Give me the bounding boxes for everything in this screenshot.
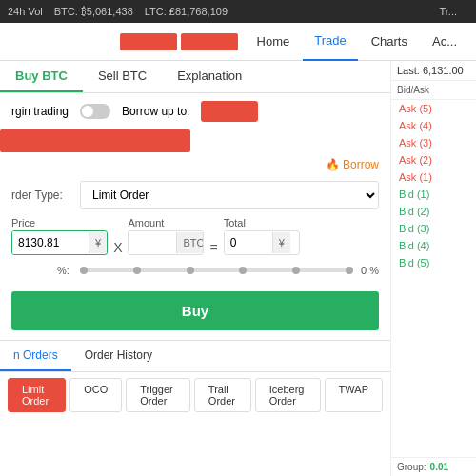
amount-field-group: Amount BTC [128,217,204,255]
total-input-wrap: ¥ [224,230,300,255]
group-label: Group: [397,462,426,472]
bid-3[interactable]: Bid (3) [391,220,476,237]
amount-label: Amount [128,217,204,228]
bid-4[interactable]: Bid (4) [391,237,476,254]
ott-twap[interactable]: TWAP [325,378,383,412]
order-type-label: rder Type: [11,188,69,202]
slider-dot-1 [133,267,141,274]
bid-ask-header: Bid/Ask [391,81,476,100]
tab-buy-btc[interactable]: Buy BTC [0,61,83,92]
ask-5[interactable]: Ask (5) [391,100,476,117]
equals-sign: = [209,240,217,255]
btc-vol: BTC: ₿5,061,438 [54,6,133,17]
top-bar: 24h Vol BTC: ₿5,061,438 LTC: ₤81,768,109… [0,0,476,23]
borrow-amount-field[interactable] [201,101,258,122]
slider-dot-3 [239,267,247,274]
total-currency: ¥ [272,232,290,253]
left-panel: Buy BTC Sell BTC Explanation rgin tradin… [0,61,390,476]
nav-red-block-1 [120,33,177,50]
margin-label: rgin trading [11,105,69,118]
ott-limit[interactable]: Limit Order [8,378,66,412]
right-panel: Last: 6,131.00 Bid/Ask Ask (5) Ask (4) A… [390,61,476,476]
price-input[interactable] [12,231,89,254]
pct-label: %: [57,265,72,276]
amount-currency: BTC [176,232,204,253]
nav-home[interactable]: Home [246,23,302,61]
slider-dot-5 [346,267,353,274]
price-amount-total-row: Price ¥ X Amount BTC = Total ¥ [0,217,390,255]
bottom-tab-row: n Orders Order History [0,341,390,372]
total-field-group: Total ¥ [224,217,300,255]
slider-row: %: 0 % [0,259,390,282]
price-currency: ¥ [89,232,107,253]
price-label: Price [11,217,108,228]
group-value: 0.01 [430,462,448,472]
nav-right: Home Trade Charts Ac... [246,23,468,61]
order-book-list: Ask (5) Ask (4) Ask (3) Ask (2) Ask (1) … [391,100,476,457]
overflow-label: Tr... [439,6,457,17]
amount-input-wrap: BTC [128,230,204,255]
nav-account[interactable]: Ac... [421,23,468,61]
amount-input[interactable] [129,231,176,254]
last-price: Last: 6,131.00 [391,61,476,81]
tab-open-orders[interactable]: n Orders [0,341,71,371]
borrow-row: 🔥 Borrow [0,156,390,173]
price-input-wrap: ¥ [11,230,108,255]
slider-dot-4 [292,267,300,274]
ott-trail[interactable]: Trail Order [194,378,251,412]
borrow-icon: 🔥 [326,158,340,171]
main-layout: Buy BTC Sell BTC Explanation rgin tradin… [0,61,476,476]
price-field-group: Price ¥ [11,217,108,255]
buy-btn-row: Buy [0,282,390,340]
bid-2[interactable]: Bid (2) [391,203,476,220]
tab-sell-btc[interactable]: Sell BTC [83,61,162,92]
ott-trigger[interactable]: Trigger Order [126,378,190,412]
tab-explanation[interactable]: Explanation [162,61,257,92]
order-type-row: rder Type: Limit Order Market Order Stop… [0,173,390,217]
ott-oco[interactable]: OCO [69,378,122,412]
tab-order-history[interactable]: Order History [71,341,166,371]
borrow-btn-label: Borrow [343,158,379,171]
slider-dot-2 [187,267,194,274]
trade-tabs: Buy BTC Sell BTC Explanation [0,61,390,93]
nav-trade[interactable]: Trade [303,23,357,61]
group-row: Group: 0.01 [391,457,476,476]
order-type-select[interactable]: Limit Order Market Order Stop Order [80,181,379,209]
total-label: Total [224,217,300,228]
margin-row: rgin trading Borrow up to: [0,93,390,129]
ask-2[interactable]: Ask (2) [391,151,476,169]
borrow-button[interactable]: 🔥 Borrow [326,158,379,171]
order-type-tabs: Limit Order OCO Trigger Order Trail Orde… [0,372,390,418]
multiply-sign: X [113,240,122,255]
ltc-vol: LTC: ₤81,768,109 [145,6,228,17]
bid-5[interactable]: Bid (5) [391,254,476,271]
slider-dot-0 [80,267,88,274]
nav-bar: Home Trade Charts Ac... [0,23,476,61]
total-input[interactable] [225,231,272,254]
buy-button[interactable]: Buy [11,291,379,330]
borrow-label: Borrow up to: [122,105,189,118]
ask-1[interactable]: Ask (1) [391,169,476,186]
nav-red-block-2 [181,33,238,50]
pct-value: 0 % [361,265,379,276]
nav-red-blocks [120,33,238,50]
bid-1[interactable]: Bid (1) [391,186,476,203]
ask-4[interactable]: Ask (4) [391,117,476,134]
ask-3[interactable]: Ask (3) [391,134,476,151]
slider-track[interactable] [80,268,353,272]
nav-charts[interactable]: Charts [360,23,419,61]
bottom-tabs: n Orders Order History Limit Order OCO T… [0,340,390,418]
margin-toggle[interactable] [80,104,110,119]
vol-label: 24h Vol [8,6,43,17]
red-banner [0,129,190,152]
slider-dots [80,266,353,274]
ott-iceberg[interactable]: Iceberg Order [255,378,321,412]
